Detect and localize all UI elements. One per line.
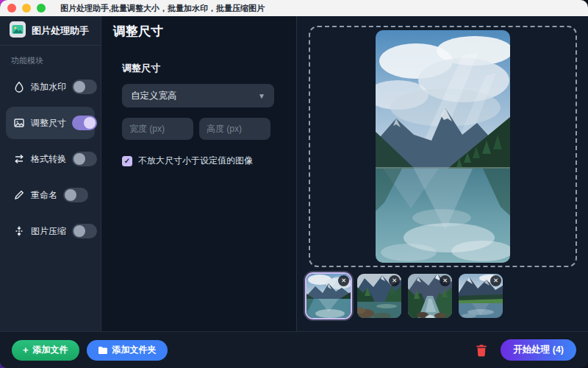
sidebar-item-label: 图片压缩 xyxy=(31,225,66,238)
add-files-button[interactable]: + 添加文件 xyxy=(12,340,79,361)
toggle-knob xyxy=(65,189,76,201)
add-files-label: 添加文件 xyxy=(33,344,68,356)
image-drop-area[interactable] xyxy=(309,26,577,267)
sidebar-item-watermark[interactable]: 添加水印 xyxy=(6,71,95,103)
sidebar-item-rename[interactable]: 重命名 xyxy=(6,179,95,211)
thumbnail-mountain-lake-blue[interactable]: ✕ xyxy=(306,274,351,318)
thumbnail-strip: ✕ xyxy=(306,274,503,318)
delete-all-button[interactable] xyxy=(474,343,489,358)
sidebar: 图片处理助手 功能模块 添加水印 xyxy=(0,16,101,331)
convert-toggle[interactable] xyxy=(72,152,97,166)
thumbnail-meadow-lake[interactable]: ✕ xyxy=(459,274,503,318)
plus-icon: + xyxy=(23,344,29,355)
sidebar-item-compress[interactable]: 图片压缩 xyxy=(6,215,95,247)
settings-panel: 调整尺寸 调整尺寸 自定义宽高 ▼ ✓ 不放大尺寸小于设定值的图像 xyxy=(101,16,296,331)
watermark-toggle[interactable] xyxy=(72,79,97,94)
no-upscale-label: 不放大尺寸小于设定值的图像 xyxy=(138,155,253,167)
close-icon[interactable]: ✕ xyxy=(389,275,400,286)
thumbnail-forest-stream[interactable]: ✕ xyxy=(408,274,452,318)
sidebar-item-label: 重命名 xyxy=(31,189,57,202)
main-content: 图片处理助手 功能模块 添加水印 xyxy=(0,16,588,331)
footer-bar: + 添加文件 添加文件夹 开始处理 (4) xyxy=(0,331,588,368)
pencil-icon xyxy=(13,189,25,201)
size-mode-select[interactable]: 自定义宽高 ▼ xyxy=(122,84,274,107)
rename-toggle[interactable] xyxy=(63,188,88,202)
app-window: 图片处理助手,批量调整大小，批量加水印，批量压缩图片 图片处理助手 功能模块 xyxy=(0,0,588,368)
sidebar-item-label: 添加水印 xyxy=(31,81,66,93)
sidebar-items: 添加水印 调整尺寸 xyxy=(0,71,101,247)
close-icon[interactable]: ✕ xyxy=(440,275,451,286)
start-processing-button[interactable]: 开始处理 (4) xyxy=(501,339,576,361)
compress-icon xyxy=(13,225,25,237)
height-input[interactable] xyxy=(199,118,270,140)
no-upscale-checkbox-row[interactable]: ✓ 不放大尺寸小于设定值的图像 xyxy=(122,155,276,167)
size-mode-value: 自定义宽高 xyxy=(131,90,177,102)
app-logo-icon xyxy=(10,21,26,40)
window-title: 图片处理助手,批量调整大小，批量加水印，批量压缩图片 xyxy=(60,3,265,14)
width-input[interactable] xyxy=(122,118,193,140)
app-logo-row: 图片处理助手 xyxy=(0,16,101,46)
preview-panel: ✕ xyxy=(296,16,588,331)
trash-icon xyxy=(474,343,489,358)
minimize-window-button[interactable] xyxy=(22,4,31,13)
toggle-knob xyxy=(74,153,85,165)
chevron-down-icon: ▼ xyxy=(258,92,265,100)
app-name: 图片处理助手 xyxy=(32,24,89,38)
compress-toggle[interactable] xyxy=(72,224,97,238)
preview-image xyxy=(376,30,510,263)
folder-icon xyxy=(98,346,108,355)
toggle-knob xyxy=(74,225,85,237)
sidebar-item-label: 调整尺寸 xyxy=(31,117,66,130)
fullscreen-window-button[interactable] xyxy=(37,4,46,13)
sidebar-item-resize[interactable]: 调整尺寸 xyxy=(6,107,95,139)
panel-body: 调整尺寸 自定义宽高 ▼ ✓ 不放大尺寸小于设定值的图像 xyxy=(101,62,296,167)
resize-toggle[interactable] xyxy=(72,116,97,130)
thumbnail-forest-lake-green[interactable]: ✕ xyxy=(357,274,401,318)
droplet-icon xyxy=(13,81,25,93)
start-processing-label: 开始处理 (4) xyxy=(513,344,564,356)
toggle-knob xyxy=(74,81,85,93)
titlebar: 图片处理助手,批量调整大小，批量加水印，批量压缩图片 xyxy=(0,0,588,16)
close-window-button[interactable] xyxy=(7,4,16,13)
panel-title: 调整尺寸 xyxy=(101,16,296,46)
swap-arrows-icon xyxy=(13,153,25,165)
sidebar-item-convert[interactable]: 格式转换 xyxy=(6,143,95,175)
close-icon[interactable]: ✕ xyxy=(338,275,349,286)
toggle-knob xyxy=(84,117,96,129)
sidebar-section-label: 功能模块 xyxy=(11,55,90,66)
close-icon[interactable]: ✕ xyxy=(490,275,501,286)
size-inputs-row xyxy=(122,118,276,140)
no-upscale-checkbox[interactable]: ✓ xyxy=(122,156,132,166)
add-folder-button[interactable]: 添加文件夹 xyxy=(87,340,168,361)
resize-section-label: 调整尺寸 xyxy=(122,62,276,75)
sidebar-item-label: 格式转换 xyxy=(31,153,66,166)
image-icon xyxy=(13,117,25,129)
add-folder-label: 添加文件夹 xyxy=(112,344,157,356)
